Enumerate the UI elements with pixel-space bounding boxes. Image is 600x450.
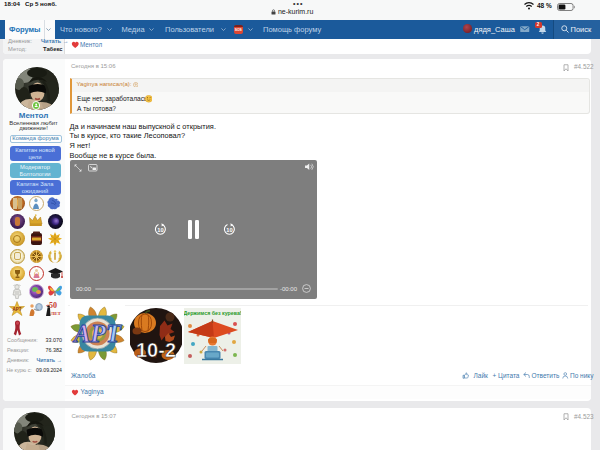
- svg-text:10: 10: [157, 226, 163, 232]
- svg-text:10: 10: [226, 226, 232, 232]
- svg-text:Держимся без курева!: Держимся без курева!: [184, 310, 241, 316]
- svg-text:АРТ: АРТ: [72, 320, 123, 347]
- svg-text:10-2: 10-2: [135, 339, 175, 361]
- svg-text:50: 50: [49, 301, 57, 310]
- svg-text:ЛЕТ: ЛЕТ: [51, 311, 62, 316]
- svg-text:АРТ: АРТ: [13, 307, 22, 312]
